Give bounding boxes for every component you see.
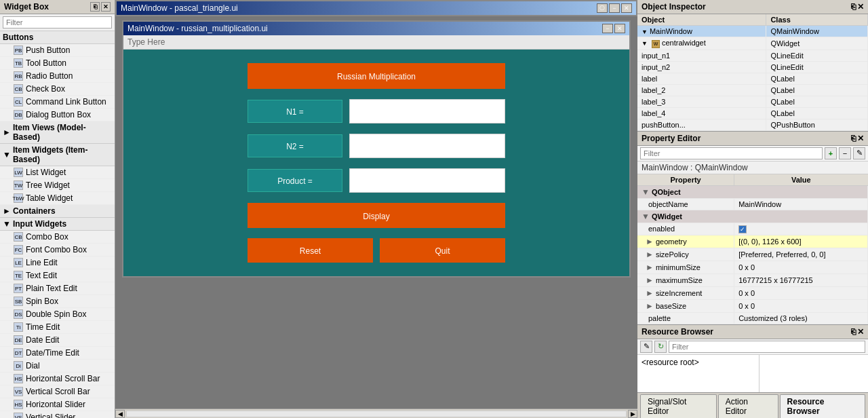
- pe-val-enabled[interactable]: ✓: [734, 223, 868, 235]
- pe-row-minsize[interactable]: ►minimumSize 0 x 0: [637, 261, 868, 273]
- rb-float-btn[interactable]: ⎗: [851, 327, 856, 337]
- pascal-restore-btn[interactable]: ⎔: [597, 3, 608, 13]
- category-item-widgets[interactable]: ▼ Item Widgets (Item-Based): [0, 144, 115, 166]
- rb-refresh-btn[interactable]: ↻: [654, 341, 667, 353]
- widget-item-tool-button[interactable]: TB Tool Button: [0, 57, 115, 70]
- spin-box-icon: SB: [14, 297, 23, 306]
- pe-close-btn[interactable]: ✕: [857, 134, 864, 143]
- widget-item-spin-box[interactable]: SB Spin Box: [0, 295, 115, 308]
- n1-input[interactable]: [349, 99, 505, 124]
- widget-item-v-slider[interactable]: VS Vertical Slider: [0, 411, 115, 418]
- oi-close-btn[interactable]: ✕: [857, 2, 864, 12]
- display-button[interactable]: Display: [248, 203, 505, 228]
- widget-item-double-spin-box[interactable]: DS Double Spin Box: [0, 308, 115, 321]
- oi-row-centralwidget[interactable]: ▼ Wcentralwidget QWidget: [637, 37, 868, 50]
- enabled-checkbox[interactable]: ✓: [738, 225, 747, 233]
- pe-row-basesize[interactable]: ►baseSize 0 x 0: [637, 299, 868, 312]
- category-containers[interactable]: ► Containers: [0, 205, 115, 218]
- oi-row-input-n1[interactable]: input_n1 QLineEdit: [637, 50, 868, 61]
- pascal-close-btn[interactable]: ✕: [621, 3, 632, 13]
- oi-row-label[interactable]: label QLabel: [637, 73, 868, 84]
- resource-browser-filter-input[interactable]: [669, 341, 865, 353]
- main-area: MainWindow - pascal_triangle.ui ⎔ − ✕ Ma…: [115, 0, 637, 418]
- scroll-left-btn[interactable]: ◀: [115, 410, 125, 418]
- widget-item-list-widget[interactable]: LW List Widget: [0, 166, 115, 179]
- widget-item-push-button[interactable]: PB Push Button: [0, 44, 115, 57]
- widget-box-float-btn[interactable]: ⎗: [90, 2, 100, 12]
- pe-config-btn[interactable]: ✎: [853, 147, 865, 159]
- oi-row-label3[interactable]: label_3 QLabel: [637, 96, 868, 107]
- tree-widget-icon: TW: [14, 180, 23, 190]
- oi-row-pushbutton[interactable]: pushButton... QPushButton: [637, 119, 868, 130]
- category-input-widgets[interactable]: ▼ Input Widgets: [0, 218, 115, 231]
- widget-item-h-slider[interactable]: HS Horizontal Slider: [0, 398, 115, 411]
- tab-action-editor[interactable]: Action Editor: [718, 394, 778, 418]
- category-buttons[interactable]: Buttons: [0, 31, 115, 44]
- pascal-minimize-btn[interactable]: −: [609, 3, 620, 13]
- widget-item-dialog-button[interactable]: DB Dialog Button Box: [0, 109, 115, 121]
- table-widget-icon: TbW: [14, 193, 23, 203]
- widget-item-time-edit[interactable]: Ti Time Edit: [0, 321, 115, 334]
- scroll-right-btn[interactable]: ▶: [628, 410, 637, 418]
- pe-add-btn[interactable]: +: [825, 147, 837, 159]
- pe-row-geometry[interactable]: ►geometry [(0, 0), 1126 x 600]: [637, 235, 868, 248]
- widget-item-combo-box[interactable]: CB Combo Box: [0, 231, 115, 244]
- widget-item-line-edit[interactable]: LE Line Edit: [0, 256, 115, 269]
- pe-val-minsize[interactable]: 0 x 0: [734, 261, 868, 273]
- pe-val-basesize[interactable]: 0 x 0: [734, 299, 868, 312]
- widget-item-text-edit[interactable]: TE Text Edit: [0, 269, 115, 282]
- pe-row-sizeincrement[interactable]: ►sizeIncrement 0 x 0: [637, 286, 868, 299]
- widget-item-check-box[interactable]: CB Check Box: [0, 83, 115, 96]
- oi-row-label4[interactable]: label_4 QLabel: [637, 107, 868, 119]
- pe-val-geometry[interactable]: [(0, 0), 1126 x 600]: [734, 235, 868, 248]
- widget-item-datetime-edit[interactable]: DT Date/Time Edit: [0, 347, 115, 360]
- oi-row-input-n2[interactable]: input_n2 QLineEdit: [637, 61, 868, 73]
- pe-val-objectname[interactable]: MainWindow: [734, 198, 868, 210]
- russian-close-btn[interactable]: ✕: [614, 24, 625, 33]
- oi-row-mainwindow[interactable]: ▼MainWindow QMainWindow: [637, 26, 868, 37]
- widget-item-command-link[interactable]: CL Command Link Button: [0, 96, 115, 109]
- pe-row-sizepolicy[interactable]: ►sizePolicy [Preferred, Preferred, 0, 0]: [637, 248, 868, 261]
- widget-item-date-edit[interactable]: DE Date Edit: [0, 334, 115, 347]
- oi-row-label2[interactable]: label_2 QLabel: [637, 84, 868, 96]
- n2-input[interactable]: [349, 134, 505, 158]
- reset-button[interactable]: Reset: [248, 238, 373, 263]
- property-editor-filter-input[interactable]: [640, 147, 823, 159]
- pe-val-maxsize[interactable]: 16777215 x 16777215: [734, 273, 868, 286]
- tab-signal-slot-editor[interactable]: Signal/Slot Editor: [640, 394, 717, 418]
- pe-val-palette[interactable]: Customized (3 roles): [734, 312, 868, 324]
- widget-item-dial[interactable]: Di Dial: [0, 360, 115, 373]
- widget-box-close-btn[interactable]: ✕: [101, 2, 111, 12]
- category-item-views[interactable]: ► Item Views (Model-Based): [0, 121, 115, 144]
- widget-item-font-combo-box[interactable]: FC Font Combo Box: [0, 244, 115, 256]
- minsize-expand: ►: [646, 263, 654, 272]
- expand-arrow-containers: ►: [3, 206, 11, 216]
- quit-button[interactable]: Quit: [380, 238, 505, 263]
- oi-cell-input-n1-class: QLineEdit: [766, 50, 868, 61]
- main-scrollbar[interactable]: ◀ ▶: [115, 408, 637, 418]
- push-button-label: Push Button: [26, 45, 70, 55]
- oi-float-btn[interactable]: ⎗: [851, 2, 856, 12]
- pe-float-btn[interactable]: ⎗: [851, 134, 856, 143]
- pe-row-maxsize[interactable]: ►maximumSize 16777215 x 16777215: [637, 273, 868, 286]
- n2-label: N2 =: [248, 134, 342, 157]
- tab-resource-browser[interactable]: Resource Browser: [780, 394, 865, 418]
- widget-item-h-scroll[interactable]: HS Horizontal Scroll Bar: [0, 373, 115, 385]
- widget-item-v-scroll[interactable]: VS Vertical Scroll Bar: [0, 385, 115, 398]
- pe-val-sizeincrement[interactable]: 0 x 0: [734, 286, 868, 299]
- pe-row-objectname[interactable]: objectName MainWindow: [637, 198, 868, 210]
- product-input[interactable]: [349, 168, 505, 193]
- widget-item-table-widget[interactable]: TbW Table Widget: [0, 192, 115, 205]
- widget-box-filter-input[interactable]: [3, 16, 112, 28]
- pe-row-palette[interactable]: palette Customized (3 roles): [637, 312, 868, 324]
- rb-close-btn[interactable]: ✕: [857, 327, 864, 337]
- category-input-widgets-label: Input Widgets: [13, 219, 66, 229]
- widget-item-radio-button[interactable]: RB Radio Button: [0, 70, 115, 83]
- rb-edit-btn[interactable]: ✎: [640, 341, 652, 353]
- widget-item-plain-text-edit[interactable]: PT Plain Text Edit: [0, 282, 115, 295]
- russian-minimize-btn[interactable]: −: [602, 24, 613, 33]
- pe-val-sizepolicy[interactable]: [Preferred, Preferred, 0, 0]: [734, 248, 868, 261]
- widget-item-tree-widget[interactable]: TW Tree Widget: [0, 179, 115, 192]
- pe-remove-btn[interactable]: −: [839, 147, 851, 159]
- pe-row-enabled[interactable]: enabled ✓: [637, 223, 868, 235]
